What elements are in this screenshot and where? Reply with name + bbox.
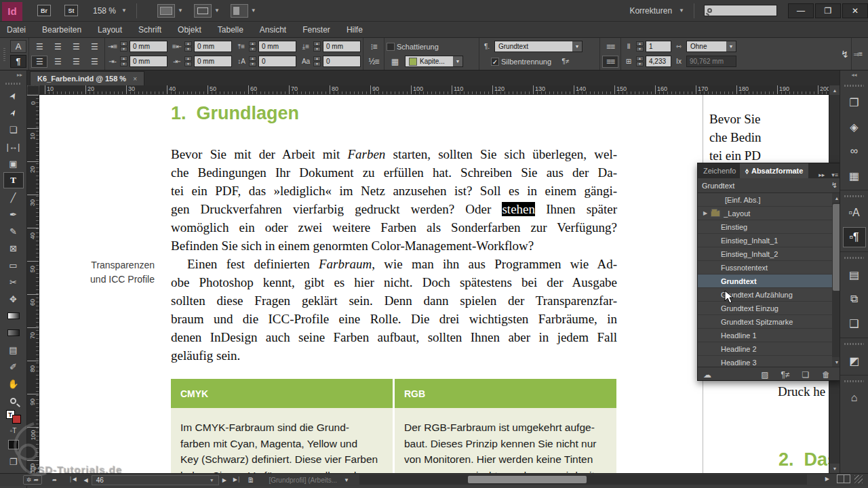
- character-formatting-button[interactable]: A: [10, 40, 26, 53]
- scroll-down-icon[interactable]: ▼: [829, 464, 840, 473]
- last-page-icon[interactable]: ▶⏐: [230, 476, 244, 483]
- layers-panel-icon[interactable]: ◈: [843, 117, 866, 137]
- shading-color-dropdown[interactable]: Kapite... ▼: [405, 56, 463, 67]
- bridge-icon[interactable]: Br: [37, 5, 51, 16]
- note-tool[interactable]: ▤: [3, 342, 24, 358]
- screen-mode-icon[interactable]: [194, 4, 212, 18]
- direct-selection-tool[interactable]: ➢: [3, 104, 24, 121]
- quick-apply-icon[interactable]: ↯: [831, 181, 837, 190]
- expand-dock-icon[interactable]: ◂◂: [840, 70, 868, 80]
- expand-arrow-icon[interactable]: ▶: [703, 210, 707, 216]
- span-field[interactable]: 4,233: [646, 56, 671, 67]
- page-number-dropdown[interactable]: 46 ▼: [92, 475, 219, 485]
- style-group-row[interactable]: ▶ _Layout: [698, 207, 842, 220]
- pen-tool[interactable]: ✒: [3, 206, 24, 222]
- text-wrap-panel-icon[interactable]: ▤: [843, 264, 866, 285]
- effects-panel-icon[interactable]: ❑: [843, 313, 866, 333]
- paragraph-override-icon[interactable]: ¶≠: [560, 58, 571, 65]
- scroll-up-icon[interactable]: ▲: [829, 85, 840, 95]
- menu-datei[interactable]: Datei: [7, 25, 26, 35]
- scissors-tool[interactable]: ✂: [3, 274, 24, 290]
- split-columns-icon[interactable]: ≡≡: [602, 56, 618, 68]
- drop-cap-chars-field[interactable]: 0: [323, 56, 361, 67]
- preflight-panel-icon[interactable]: ◩: [843, 350, 866, 371]
- paragraph-formatting-button[interactable]: ¶: [10, 55, 26, 68]
- free-transform-tool[interactable]: ✥: [3, 291, 24, 307]
- style-row[interactable]: Einstieg_Inhalt_2: [698, 247, 842, 261]
- stepper[interactable]: ▲▼: [184, 56, 192, 66]
- shading-grid-icon[interactable]: ▦: [387, 56, 403, 68]
- tab-paragraph-styles[interactable]: ⬨ Absatzformate: [740, 163, 808, 178]
- stock-icon[interactable]: St: [64, 5, 78, 16]
- gradient-tool[interactable]: [3, 308, 24, 324]
- next-page-icon[interactable]: ▶: [219, 477, 230, 483]
- frame-tool[interactable]: ⊠: [3, 240, 24, 256]
- space-before-field[interactable]: 0 mm: [258, 41, 296, 52]
- character-styles-panel-icon[interactable]: ▫A: [843, 203, 866, 223]
- dock-grip[interactable]: [840, 378, 868, 384]
- stepper[interactable]: ▲▼: [184, 41, 192, 52]
- style-row[interactable]: Headline 1: [698, 329, 842, 342]
- chevron-down-icon[interactable]: ▼: [178, 7, 183, 14]
- stepper[interactable]: ▲▼: [249, 56, 256, 66]
- stepper[interactable]: ▲▼: [313, 56, 321, 66]
- horizontal-ruler[interactable]: 1020304050607080901001101201301401501601…: [39, 85, 829, 95]
- new-style-icon[interactable]: ❏: [795, 370, 816, 380]
- chevron-down-icon[interactable]: ▼: [214, 7, 220, 14]
- chevron-down-icon[interactable]: ▼: [251, 7, 256, 14]
- shading-checkbox[interactable]: [387, 43, 395, 51]
- dock-grip[interactable]: [840, 341, 868, 346]
- justify-left-button[interactable]: ☰: [31, 56, 47, 68]
- align-left-button[interactable]: ☰: [31, 41, 47, 53]
- scroll-right-icon[interactable]: ▶: [822, 476, 833, 482]
- type-tool[interactable]: T: [3, 172, 24, 188]
- align-right-button[interactable]: ☰: [68, 41, 84, 53]
- cloud-sync-icon[interactable]: ☁: [703, 370, 711, 380]
- resize-grip[interactable]: [854, 475, 863, 483]
- menu-layout[interactable]: Layout: [98, 25, 122, 35]
- menu-tabelle[interactable]: Tabelle: [218, 25, 243, 35]
- style-row[interactable]: Grundtext Aufzählung: [698, 288, 842, 302]
- links-panel-icon[interactable]: ∞: [843, 141, 866, 161]
- stepper[interactable]: ▲▼: [249, 41, 256, 52]
- close-button[interactable]: ✕: [842, 3, 868, 18]
- numbered-list-icon[interactable]: ½≡: [366, 56, 382, 68]
- drop-cap-lines-field[interactable]: 0: [258, 56, 296, 67]
- stepper[interactable]: ▲▼: [636, 56, 644, 66]
- collapse-panel-icon[interactable]: ▸▸: [815, 171, 828, 178]
- justify-center-button[interactable]: ☰: [50, 56, 66, 68]
- clear-overrides-icon[interactable]: ¶≠: [775, 370, 795, 380]
- menu-ansicht[interactable]: Ansicht: [260, 25, 286, 35]
- paragraph-style-dropdown[interactable]: Grundtext ▼: [494, 41, 583, 52]
- gap-tool[interactable]: |↔|: [3, 138, 24, 155]
- justify-right-button[interactable]: ☰: [68, 56, 84, 68]
- paragraph-styles-panel-icon[interactable]: ▫¶: [843, 227, 866, 247]
- left-indent-field[interactable]: 0 mm: [130, 41, 167, 52]
- horizontal-scrollbar[interactable]: [359, 474, 807, 485]
- style-row[interactable]: Grundtext Spitzmarke: [698, 315, 842, 329]
- stepper[interactable]: ▲▼: [313, 41, 321, 52]
- horizontal-scroll-thumb[interactable]: [468, 476, 587, 483]
- style-row[interactable]: [Einf. Abs.]: [698, 193, 842, 207]
- menu-objekt[interactable]: Objekt: [178, 25, 201, 35]
- hyphenate-checkbox[interactable]: ✓: [491, 58, 499, 66]
- style-row[interactable]: Fussnotentext: [698, 261, 842, 274]
- style-row[interactable]: Einstieg: [698, 220, 842, 234]
- dock-grip[interactable]: [840, 255, 868, 260]
- first-line-indent-field[interactable]: 0 mm: [130, 56, 167, 67]
- page-tool[interactable]: ❏: [3, 121, 24, 138]
- style-row[interactable]: Grundtext Einzug: [698, 302, 842, 315]
- gutter-dropdown[interactable]: Ohne ▼: [686, 41, 736, 52]
- zoom-level-dropdown[interactable]: 158 % ▼: [93, 6, 127, 16]
- book-panel-icon[interactable]: ⌂: [843, 388, 866, 408]
- swatches-panel-icon[interactable]: ▦: [843, 165, 866, 186]
- dock-grip[interactable]: [840, 83, 868, 88]
- menu-bearbeiten[interactable]: Bearbeiten: [42, 25, 81, 35]
- justify-all-button[interactable]: ☰: [86, 56, 102, 68]
- tab-character-styles[interactable]: Zeichenfo: [698, 163, 740, 178]
- columns-field[interactable]: 1: [646, 41, 671, 52]
- style-row[interactable]: Headline 3: [698, 356, 842, 367]
- new-style-group-icon[interactable]: ▨: [755, 370, 775, 380]
- split-view-icon[interactable]: [837, 474, 850, 483]
- pages-panel-icon[interactable]: ❐: [843, 92, 866, 113]
